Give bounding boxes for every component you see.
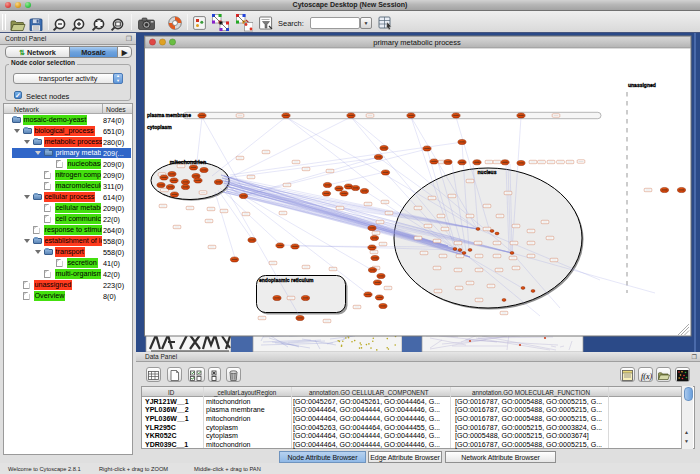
svg-text:unassigned: unassigned <box>628 82 656 88</box>
svg-text:f(x): f(x) <box>641 372 652 381</box>
svg-text:nucleus: nucleus <box>478 169 497 175</box>
svg-text:primary metabolic process: primary metabolic process <box>373 38 461 47</box>
svg-text:mitochondrion: mitochondrion <box>170 159 206 165</box>
svg-text:plasma membrane: plasma membrane <box>147 112 191 118</box>
svg-text:endoplasmic reticulum: endoplasmic reticulum <box>259 277 314 283</box>
svg-text:cytoplasm: cytoplasm <box>147 124 172 130</box>
